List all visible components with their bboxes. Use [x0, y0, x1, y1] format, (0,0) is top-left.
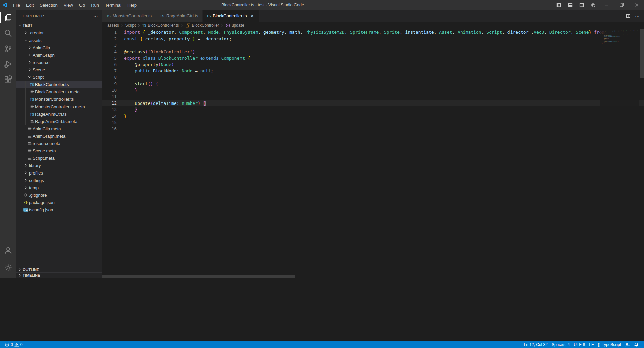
tree-file-blockcontroller.ts[interactable]: TSBlockController.ts	[16, 81, 102, 88]
close-icon[interactable]	[629, 0, 644, 10]
tree-file-script.meta[interactable]: Script.meta	[16, 154, 102, 162]
tree-folder-library[interactable]: library	[16, 162, 102, 169]
split-editor-icon[interactable]	[624, 11, 632, 21]
status-cursor-position[interactable]: Ln 12, Col 32	[522, 341, 550, 348]
tree-file-blockcontroller.ts.meta[interactable]: BlockController.ts.meta	[16, 88, 102, 95]
code-editor[interactable]: 1import { _decorator, Component, Node, P…	[102, 29, 644, 278]
tree-file-monstercontroller.ts[interactable]: TSMonsterController.ts	[16, 95, 102, 103]
tree-folder-settings[interactable]: settings	[16, 177, 102, 184]
code-line-3[interactable]: 3	[102, 42, 644, 48]
code-line-12[interactable]: 12 update(deltaTime: number) {	[102, 100, 644, 106]
breadcrumb-item-update[interactable]: update	[225, 23, 244, 28]
tree-root-test[interactable]: TEST	[16, 22, 102, 29]
layout-sidebar-icon[interactable]	[553, 0, 565, 10]
code-line-10[interactable]: 10 }	[102, 87, 644, 93]
tab-close-icon[interactable]: ✕	[249, 14, 255, 18]
code-line-text: }	[124, 88, 137, 93]
tree-file-rageanimctrl.ts.meta[interactable]: RageAnimCtrl.ts.meta	[16, 118, 102, 125]
horizontal-scrollbar-slider[interactable]	[102, 275, 295, 278]
tab-monstercontroller-ts[interactable]: TSMonsterController.ts	[102, 10, 156, 22]
tree-folder-resource[interactable]: resource	[16, 59, 102, 66]
minimap[interactable]: import { _decorator, Component, Node, Ph…	[600, 29, 639, 278]
layout-secondary-sidebar-icon[interactable]	[576, 0, 587, 10]
status-language[interactable]: {}TypeScript	[596, 341, 623, 348]
breadcrumb-item-assets[interactable]: assets	[107, 23, 119, 28]
breadcrumb-item-blockcontroller-ts[interactable]: TSBlockController.ts	[142, 23, 179, 28]
tree-folder-animclip[interactable]: AnimClip	[16, 44, 102, 51]
menu-selection[interactable]: Selection	[37, 0, 60, 10]
tree-file-scene.meta[interactable]: Scene.meta	[16, 147, 102, 154]
minimize-icon[interactable]	[599, 0, 614, 10]
menu-edit[interactable]: Edit	[23, 0, 37, 10]
feedback-icon[interactable]	[623, 341, 632, 348]
code-line-8[interactable]: 8	[102, 74, 644, 80]
vertical-scrollbar[interactable]	[639, 29, 644, 278]
chevron-right-icon	[17, 267, 23, 272]
typescript-file-icon: TS	[29, 97, 35, 102]
breadcrumb: assetsScriptTSBlockController.tsBlockCon…	[102, 22, 644, 29]
tree-file-package.json[interactable]: {}package.json	[16, 199, 102, 206]
menu-help[interactable]: Help	[124, 0, 140, 10]
tree-file-tsconfig.json[interactable]: TStsconfig.json	[16, 206, 102, 213]
activitybar-search-icon[interactable]	[0, 25, 16, 41]
status-indentation[interactable]: Spaces: 4	[550, 341, 572, 348]
layout-customize-icon[interactable]	[587, 0, 599, 10]
menu-file[interactable]: File	[10, 0, 23, 10]
vertical-scrollbar-slider[interactable]	[640, 29, 644, 78]
activitybar-run-debug-icon[interactable]	[0, 56, 16, 72]
tree-file-animgraph.meta[interactable]: AnimGraph.meta	[16, 132, 102, 140]
notifications-bell-icon[interactable]	[632, 341, 641, 348]
tree-item-label: BlockController.ts.meta	[35, 89, 80, 94]
code-line-9[interactable]: 9 start() {	[102, 81, 644, 87]
tree-folder-.creator[interactable]: .creator	[16, 29, 102, 37]
horizontal-scrollbar[interactable]	[102, 275, 600, 278]
tree-folder-profiles[interactable]: profiles	[16, 169, 102, 177]
editor-more-actions-icon[interactable]: ⋯	[634, 13, 641, 19]
sidebar-panel-outline[interactable]: OUTLINE	[16, 267, 102, 272]
menu-terminal[interactable]: Terminal	[102, 0, 124, 10]
layout-panel-icon[interactable]	[565, 0, 576, 10]
line-number: 7	[102, 68, 124, 73]
tree-folder-script[interactable]: Script	[16, 73, 102, 81]
code-line-14[interactable]: 14}	[102, 113, 644, 119]
tree-file-animclip.meta[interactable]: AnimClip.meta	[16, 125, 102, 132]
tree-folder-animgraph[interactable]: AnimGraph	[16, 51, 102, 59]
activitybar-extensions-icon[interactable]	[0, 72, 16, 87]
code-line-7[interactable]: 7 public BlockNode: Node = null;	[102, 68, 644, 74]
code-line-2[interactable]: 2const { ccclass, property } = _decorato…	[102, 36, 644, 42]
activitybar-source-control-icon[interactable]	[0, 41, 16, 56]
code-line-4[interactable]: 4@ccclass('BlockController')	[102, 49, 644, 55]
tree-file-monstercontroller.ts.meta[interactable]: MonsterController.ts.meta	[16, 103, 102, 110]
tab-blockcontroller-ts[interactable]: TSBlockController.ts✕	[203, 10, 259, 22]
tab-rageanimctrl-ts[interactable]: TSRageAnimCtrl.ts	[156, 10, 202, 22]
status-encoding[interactable]: UTF-8	[572, 341, 587, 348]
menu-go[interactable]: Go	[76, 0, 88, 10]
tree-folder-assets[interactable]: assets	[16, 37, 102, 44]
tree-file-resource.meta[interactable]: resource.meta	[16, 140, 102, 147]
menu-view[interactable]: View	[61, 0, 76, 10]
code-line-15[interactable]: 15	[102, 119, 644, 126]
tree-file-.gitignore[interactable]: .gitignore	[16, 191, 102, 199]
json-file-icon: {}	[23, 200, 29, 204]
activitybar-settings-icon[interactable]	[0, 260, 16, 275]
tree-root-label: TEST	[23, 23, 32, 27]
code-line-13[interactable]: 13 }	[102, 106, 644, 113]
tree-file-rageanimctrl.ts[interactable]: TSRageAnimCtrl.ts	[16, 110, 102, 118]
breadcrumb-item-blockcontroller[interactable]: BlockController	[185, 23, 219, 28]
explorer-more-actions-icon[interactable]: ⋯	[93, 13, 98, 19]
restore-icon[interactable]	[614, 0, 629, 10]
sidebar-panel-timeline[interactable]: TIMELINE	[16, 272, 102, 278]
status-eol[interactable]: LF	[587, 341, 596, 348]
breadcrumb-item-script[interactable]: Script	[125, 23, 136, 28]
tree-folder-temp[interactable]: temp	[16, 184, 102, 191]
activitybar-account-icon[interactable]	[0, 242, 16, 258]
tree-folder-scene[interactable]: Scene	[16, 66, 102, 73]
code-line-11[interactable]: 11	[102, 93, 644, 100]
status-errors[interactable]: 00	[3, 341, 24, 348]
code-line-16[interactable]: 16	[102, 126, 644, 132]
activitybar-explorer-icon[interactable]	[0, 10, 16, 25]
code-line-6[interactable]: 6 @property(Node)	[102, 61, 644, 68]
code-line-5[interactable]: 5export class BlockController extends Co…	[102, 55, 644, 61]
code-line-1[interactable]: 1import { _decorator, Component, Node, P…	[102, 29, 644, 36]
menu-run[interactable]: Run	[88, 0, 102, 10]
